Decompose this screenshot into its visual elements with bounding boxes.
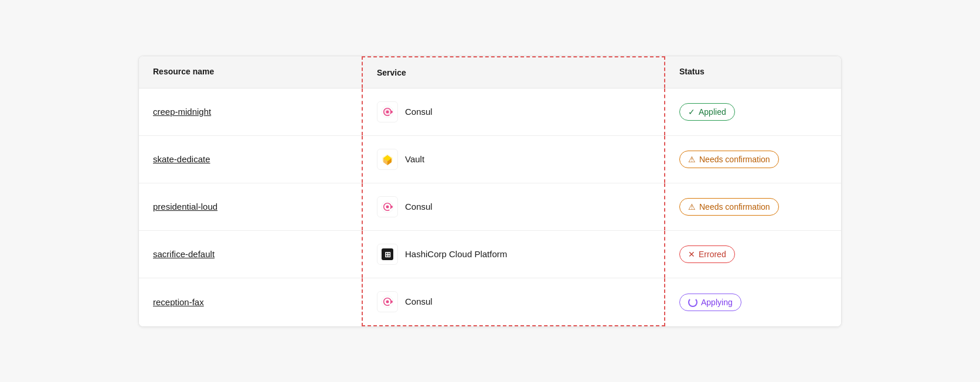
service-cell: Consul <box>362 88 665 135</box>
table-row: presidential-loud Consul ⚠ Nee <box>139 183 841 231</box>
hcp-service-icon: ⊞ <box>377 244 398 265</box>
resource-name-cell: creep-midnight <box>139 94 362 129</box>
svg-point-13 <box>386 205 389 208</box>
status-cell: ✓ Applied <box>665 90 841 134</box>
consul-service-icon <box>377 101 398 122</box>
service-cell: Consul <box>362 183 665 230</box>
checkmark-icon: ✓ <box>688 107 695 117</box>
status-badge: ⚠ Needs confirmation <box>679 151 779 168</box>
table-row: skate-dedicate Vault ⚠ <box>139 136 841 183</box>
warning-icon: ⚠ <box>688 202 696 212</box>
status-label: Needs confirmation <box>699 155 770 164</box>
svg-point-14 <box>390 206 393 208</box>
status-badge: ⚠ Needs confirmation <box>679 198 779 216</box>
resource-link[interactable]: creep-midnight <box>153 107 211 117</box>
service-name-label: Vault <box>405 154 424 164</box>
header-status: Status <box>665 56 841 88</box>
status-cell: ✕ Errored <box>665 233 841 276</box>
table-row: sacrifice-default ⊞ HashiCorp Cloud Plat… <box>139 231 841 278</box>
resource-link[interactable]: presidential-loud <box>153 202 217 212</box>
spinner-icon <box>688 298 697 307</box>
svg-point-3 <box>386 110 389 113</box>
resource-table: Resource name Service Status creep-midni… <box>138 56 842 327</box>
status-label: Applied <box>699 107 726 117</box>
status-badge: ✕ Errored <box>679 245 735 263</box>
svg-point-20 <box>386 300 389 303</box>
service-cell: Consul <box>362 278 665 326</box>
resource-link[interactable]: reception-fax <box>153 297 204 307</box>
resource-link[interactable]: skate-dedicate <box>153 154 210 164</box>
table-row: creep-midnight Consul ✓ <box>139 88 841 136</box>
warning-icon: ⚠ <box>688 155 696 164</box>
vault-service-icon <box>377 149 398 170</box>
service-name-label: HashiCorp Cloud Platform <box>405 249 507 259</box>
service-cell: ⊞ HashiCorp Cloud Platform <box>362 231 665 278</box>
status-label: Errored <box>699 250 726 259</box>
status-cell: Applying <box>665 281 841 324</box>
status-cell: ⚠ Needs confirmation <box>665 138 841 181</box>
x-icon: ✕ <box>688 250 695 259</box>
service-name-label: Consul <box>405 107 433 117</box>
status-cell: ⚠ Needs confirmation <box>665 185 841 228</box>
consul-service-icon <box>377 196 398 217</box>
svg-text:⊞: ⊞ <box>384 250 391 259</box>
service-name-label: Consul <box>405 296 433 306</box>
service-name-label: Consul <box>405 202 433 212</box>
resource-name-cell: presidential-loud <box>139 189 362 224</box>
table-row: reception-fax Consul Applying <box>139 278 841 326</box>
svg-point-21 <box>390 301 393 303</box>
resource-link[interactable]: sacrifice-default <box>153 249 215 259</box>
resource-name-cell: reception-fax <box>139 284 362 320</box>
table-header: Resource name Service Status <box>139 56 841 88</box>
header-service: Service <box>362 56 665 88</box>
resource-name-cell: sacrifice-default <box>139 236 362 272</box>
status-badge: Applying <box>679 294 741 311</box>
consul-service-icon <box>377 291 398 312</box>
svg-point-4 <box>390 111 393 113</box>
status-badge: ✓ Applied <box>679 103 735 121</box>
header-resource-name: Resource name <box>139 56 362 88</box>
service-cell: Vault <box>362 136 665 183</box>
status-label: Applying <box>701 298 733 307</box>
status-label: Needs confirmation <box>699 202 770 212</box>
resource-name-cell: skate-dedicate <box>139 141 362 177</box>
